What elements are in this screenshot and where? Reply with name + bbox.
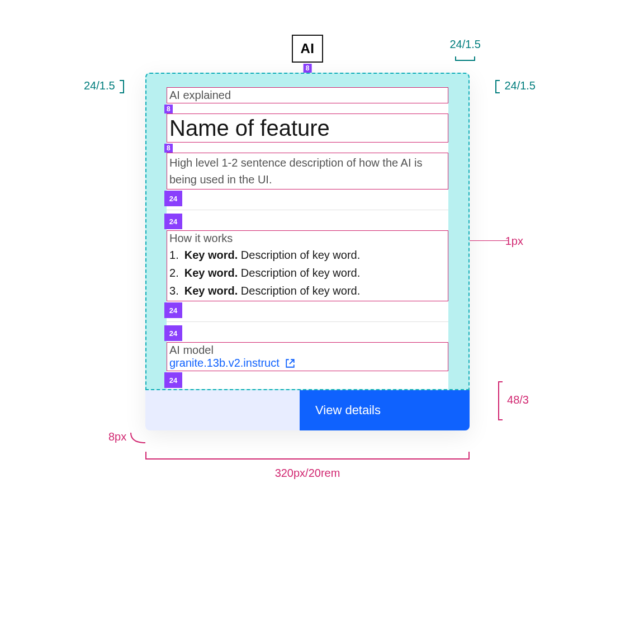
launch-icon [285, 358, 295, 368]
spec-padding-top-left: 24/1.5 [84, 79, 124, 93]
gap-annotation-24b: 24 [164, 214, 182, 229]
eyebrow-text: AI explained [169, 89, 446, 102]
spec-footer-height: 48/3 [498, 381, 529, 420]
spec-total-width: 320px/20rem [275, 467, 340, 480]
width-bracket [145, 452, 470, 460]
model-link-text: granite.13b.v2.instruct [169, 357, 280, 370]
feature-description: High level 1-2 sentence description of h… [169, 154, 446, 188]
ai-badge: AI [292, 35, 323, 63]
model-label: AI model [169, 344, 446, 357]
spacer-24a: 24 [167, 190, 448, 207]
divider-1 [167, 210, 448, 210]
popover-card: AI explained 8 Name of feature 8 High le… [145, 73, 470, 430]
gap-annotation-8b: 8 [164, 144, 173, 153]
view-details-button[interactable]: View details [300, 390, 470, 430]
card-footer: View details [145, 390, 470, 430]
gap-annotation-24d: 24 [164, 325, 182, 341]
divider-2 [167, 321, 448, 322]
view-details-label: View details [315, 403, 381, 418]
spec-hairline: 1px [505, 235, 523, 248]
gap-annotation-badge: 8 [304, 64, 312, 73]
title-box: Name of feature [167, 113, 448, 143]
model-link[interactable]: granite.13b.v2.instruct [169, 357, 295, 370]
how-it-works-label: How it works [169, 232, 446, 245]
spacer-24d: 24 [167, 324, 448, 342]
step-item: Key word. Description of key word. [169, 264, 446, 282]
spec-corner-radius: 8px [108, 430, 146, 444]
how-it-works-box: How it works Key word. Description of ke… [167, 230, 448, 301]
spacer-24b: 24 [167, 212, 448, 230]
gap-annotation-8a: 8 [164, 105, 173, 113]
feature-title: Name of feature [169, 115, 446, 141]
gap-annotation-24c: 24 [164, 302, 182, 318]
card-padding-region: AI explained 8 Name of feature 8 High le… [145, 73, 470, 390]
steps-list: Key word. Description of key word. Key w… [169, 246, 446, 300]
card-content: AI explained 8 Name of feature 8 High le… [167, 87, 448, 389]
gap-annotation-24e: 24 [164, 372, 182, 388]
spec-padding-horizontal: 24/1.5 [449, 38, 481, 64]
corner-arc-icon [130, 432, 146, 444]
spacer-24e: 24 [167, 371, 448, 389]
spacer-24c: 24 [167, 301, 448, 319]
spec-padding-top-right: 24/1.5 [495, 79, 536, 93]
leader-line-1px [470, 240, 509, 241]
spec-diagram: AI 8 24/1.5 24/1.5 24/1.5 AI explained 8… [145, 73, 470, 430]
description-box: High level 1-2 sentence description of h… [167, 153, 448, 190]
footer-spacer [145, 390, 300, 430]
eyebrow-box: AI explained [167, 87, 448, 103]
model-box: AI model granite.13b.v2.instruct [167, 342, 448, 371]
gap-annotation-24a: 24 [164, 191, 182, 206]
step-item: Key word. Description of key word. [169, 246, 446, 264]
step-item: Key word. Description of key word. [169, 282, 446, 300]
ai-badge-label: AI [301, 41, 315, 56]
